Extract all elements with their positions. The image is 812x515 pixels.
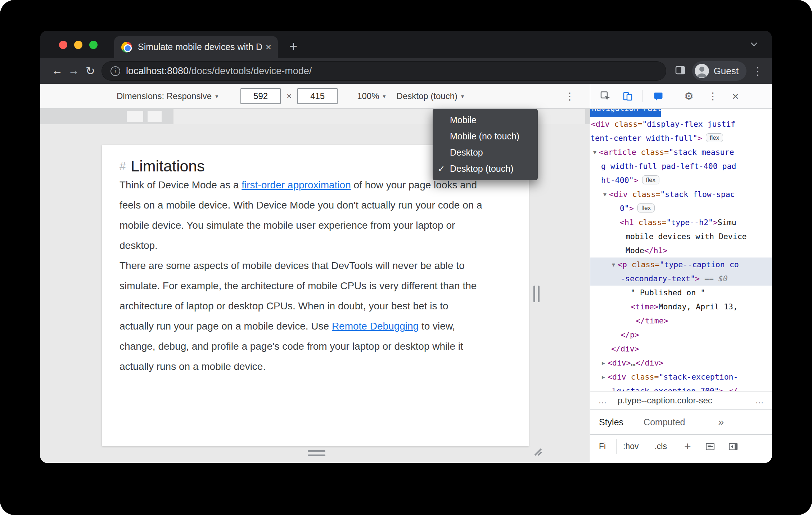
address-bar[interactable]: i localhost:8080/docs/devtools/device-mo… <box>102 61 666 81</box>
code-token: 0" <box>620 204 629 213</box>
code-token: <h1 <box>620 218 634 227</box>
viewport-resize-handle-corner[interactable] <box>532 446 542 457</box>
dom-tree-line[interactable]: ▼<article class="stack measure <box>590 145 772 159</box>
disclosure-arrow-icon[interactable]: ▼ <box>593 145 596 159</box>
device-toolbar-menu-icon[interactable]: ⋮ <box>565 90 575 102</box>
element-classes-button[interactable]: .cls <box>654 442 667 451</box>
tab-styles[interactable]: Styles <box>599 417 623 427</box>
media-query-segment[interactable] <box>148 111 162 122</box>
dom-tree-line[interactable]: -secondary-text"> == $0 <box>590 272 772 286</box>
viewport-resize-handle-bottom[interactable] <box>308 450 325 456</box>
site-info-icon[interactable]: i <box>110 66 120 76</box>
computed-styles-sidebar-icon[interactable] <box>705 441 716 452</box>
profile-name: Guest <box>714 66 739 77</box>
dom-tree-line[interactable]: <h1 class="type--h2">Simu <box>590 215 772 229</box>
code-token: class= <box>626 372 659 381</box>
viewport-height-input[interactable] <box>297 88 338 104</box>
forward-button[interactable]: → <box>66 64 82 77</box>
sidebar-toggle-icon[interactable] <box>728 441 739 452</box>
menu-item-mobile-no-touch[interactable]: Mobile (no touch) <box>433 128 538 144</box>
chevron-down-icon: ▾ <box>383 93 386 100</box>
code-token: "stack flow-spac <box>660 190 735 199</box>
breadcrumb-selected[interactable]: p.type--caption.color-sec <box>618 395 755 406</box>
menu-item-label: Desktop <box>450 147 483 158</box>
close-window-button[interactable] <box>59 41 67 49</box>
dom-tree-line[interactable]: g width-full pad-left-400 pad <box>590 159 772 173</box>
menu-item-mobile[interactable]: Mobile <box>433 112 538 128</box>
remote-debugging-link[interactable]: Remote Debugging <box>332 321 419 332</box>
code-token: </h1> <box>644 246 668 255</box>
dom-tree-line[interactable]: Mode</h1> <box>590 243 772 258</box>
inspect-element-icon[interactable] <box>600 90 611 102</box>
code-token: <div <box>591 120 610 129</box>
dom-tree-line[interactable]: ▼<p class="type--caption co <box>590 258 772 272</box>
code-token: "stack measure <box>669 148 734 157</box>
dom-tree-line[interactable]: lg:stack-exception-700"> </ <box>590 384 772 391</box>
new-style-rule-button[interactable]: + <box>684 440 691 453</box>
dom-tree-line[interactable]: ▶<div class="stack-exception- <box>590 370 772 384</box>
dom-tree-line[interactable]: mobile devices with Device <box>590 229 772 243</box>
device-type-select[interactable]: Desktop (touch) ▾ <box>397 91 464 101</box>
reload-button[interactable]: ↻ <box>82 64 99 78</box>
heading-anchor[interactable]: # <box>119 160 126 173</box>
device-toolbar-toggle-icon[interactable] <box>622 90 633 102</box>
tab-search-chevron-icon[interactable] <box>750 42 758 49</box>
viewport-width-input[interactable] <box>240 88 281 104</box>
dom-tree-clipped-selection[interactable]: navigation-rail"> <box>590 109 661 117</box>
new-tab-button[interactable]: + <box>289 36 297 56</box>
zoom-window-button[interactable] <box>89 41 98 49</box>
browser-tab[interactable]: Simulate mobile devices with D × <box>114 36 278 58</box>
tab-close-icon[interactable]: × <box>266 42 271 52</box>
browser-menu-icon[interactable]: ⋮ <box>752 65 763 77</box>
code-token: <div <box>609 190 628 199</box>
dom-tree-line[interactable]: </div> <box>590 342 772 356</box>
menu-item-desktop-touch[interactable]: ✓ Desktop (touch) <box>433 161 538 177</box>
flex-badge[interactable]: flex <box>642 175 659 184</box>
more-tabs-icon[interactable]: » <box>718 416 724 428</box>
dom-tree-line[interactable]: </time> <box>590 314 772 328</box>
breadcrumb-overflow-right[interactable]: … <box>755 395 764 406</box>
code-token: > <box>634 176 639 185</box>
zoom-value: 100% <box>357 91 379 101</box>
breadcrumb-overflow-left[interactable]: … <box>598 395 607 406</box>
dom-tree-line[interactable]: <div class="display-flex justif <box>590 117 772 131</box>
code-token: <p <box>618 260 627 269</box>
devtools-menu-icon[interactable]: ⋮ <box>708 90 718 102</box>
feedback-bubble-icon[interactable] <box>653 90 664 102</box>
tab-computed[interactable]: Computed <box>644 417 685 427</box>
disclosure-arrow-icon[interactable]: ▶ <box>602 370 605 384</box>
dom-tree-line[interactable]: tent-center width-full">flex <box>590 131 772 145</box>
flex-badge[interactable]: flex <box>706 133 723 142</box>
code-token: class= <box>628 190 660 199</box>
zoom-select[interactable]: 100% ▾ <box>357 91 385 101</box>
first-order-approximation-link[interactable]: first-order approximation <box>242 179 351 191</box>
minimize-window-button[interactable] <box>74 41 82 49</box>
dom-tree-line[interactable]: ▼<div class="stack flow-spac <box>590 187 772 201</box>
code-token: </div> <box>636 358 664 367</box>
code-token: <article <box>599 148 636 157</box>
checkmark-icon: ✓ <box>438 164 450 174</box>
back-button[interactable]: ← <box>49 64 66 77</box>
code-token: class= <box>610 120 642 129</box>
paragraph: Think of Device Mode as a first-order ap… <box>119 175 483 256</box>
settings-gear-icon[interactable]: ⚙ <box>684 90 694 102</box>
dom-tree-line[interactable]: ▶<div>…</div> <box>590 356 772 370</box>
dimensions-select[interactable]: Dimensions: Responsive ▾ <box>117 91 218 101</box>
devtools-close-icon[interactable]: × <box>732 90 739 102</box>
styles-filter-input[interactable]: Fi <box>599 442 615 451</box>
dom-tree-line[interactable]: ht-400">flex <box>590 173 772 187</box>
flex-badge[interactable]: flex <box>637 203 655 212</box>
media-query-segment[interactable] <box>127 111 143 122</box>
menu-item-desktop[interactable]: Desktop <box>433 144 538 161</box>
disclosure-arrow-icon[interactable]: ▼ <box>612 258 615 272</box>
toggle-element-state-button[interactable]: :hov <box>623 442 639 451</box>
dom-tree-line[interactable]: 0">flex <box>590 201 772 215</box>
dom-tree-line[interactable]: </p> <box>590 328 772 342</box>
dom-tree-line[interactable]: <time>Monday, April 13, <box>590 300 772 314</box>
disclosure-arrow-icon[interactable]: ▼ <box>603 188 606 201</box>
dom-tree-line[interactable]: " Published on " <box>590 286 772 300</box>
disclosure-arrow-icon[interactable]: ▶ <box>602 356 605 370</box>
side-panel-icon[interactable] <box>675 65 686 77</box>
viewport-resize-handle-right[interactable] <box>533 286 540 302</box>
profile-button[interactable]: Guest <box>692 61 746 81</box>
